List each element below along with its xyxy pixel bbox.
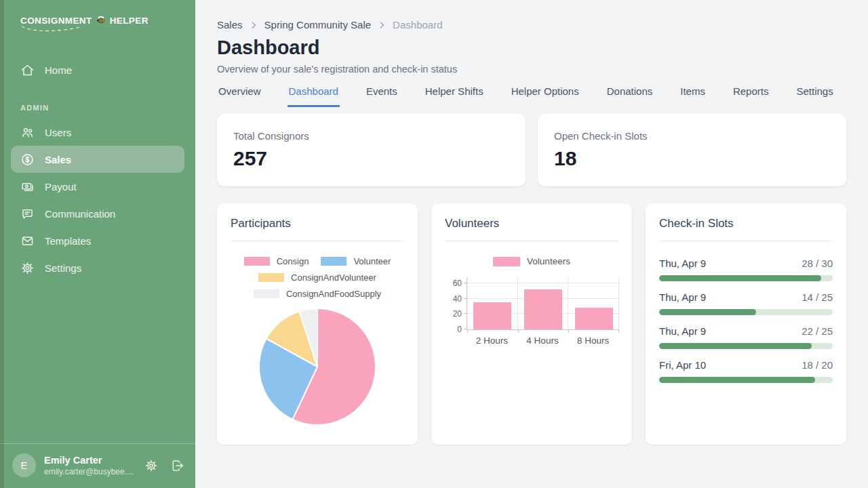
legend-label: Consign <box>277 256 309 266</box>
sidebar-admin-nav: UsersSalesPayoutCommunicationTemplatesSe… <box>0 119 195 281</box>
y-axis-label: 0 <box>446 325 462 334</box>
breadcrumb: SalesSpring Community SaleDashboard <box>217 19 846 30</box>
progress-fill <box>659 309 756 315</box>
legend-swatch <box>254 289 279 298</box>
progress-fill <box>659 275 821 281</box>
x-axis-label: 2 Hours <box>467 336 517 346</box>
bar-8-hours <box>575 308 613 329</box>
checkin-count: 22 / 25 <box>802 325 833 337</box>
tab-events[interactable]: Events <box>365 82 399 107</box>
checkin-date: Thu, Apr 9 <box>659 258 706 269</box>
sidebar-item-settings[interactable]: Settings <box>0 254 195 281</box>
volunteers-card: Volunteers Volunteers 0204060 2 Hours4 H… <box>431 203 632 445</box>
tab-helper-shifts[interactable]: Helper Shifts <box>424 82 485 107</box>
sidebar-item-home[interactable]: Home <box>0 56 195 83</box>
app-logo: CONSIGNMENT HELPER <box>20 15 122 26</box>
sidebar-item-label: Users <box>45 127 71 138</box>
legend-swatch <box>321 257 347 266</box>
legend-label: Volunteer <box>353 256 391 266</box>
volunteers-bar-chart: 0204060 <box>467 277 618 330</box>
legend-label: ConsignAndFoodSupply <box>286 289 381 299</box>
main-content: SalesSpring Community SaleDashboard Dash… <box>195 0 868 488</box>
sidebar-item-label: Payout <box>45 181 77 192</box>
legend-item-consign[interactable]: Consign <box>244 256 309 266</box>
sidebar-item-label: Settings <box>45 262 81 274</box>
templates-icon <box>20 234 35 248</box>
checkin-date: Thu, Apr 9 <box>659 325 706 337</box>
tab-reports[interactable]: Reports <box>732 82 770 107</box>
logo-text-helper: HELPER <box>110 16 149 26</box>
tab-donations[interactable]: Donations <box>606 82 654 107</box>
progress-track <box>659 377 833 383</box>
checkin-row: Thu, Apr 914 / 25 <box>659 281 833 315</box>
tab-helper-options[interactable]: Helper Options <box>510 82 580 107</box>
sidebar-item-users[interactable]: Users <box>0 119 195 146</box>
volunteers-x-axis-labels: 2 Hours4 Hours8 Hours <box>467 336 618 346</box>
participants-card-title: Participants <box>231 217 404 230</box>
checkin-count: 14 / 25 <box>802 291 833 303</box>
breadcrumb-spring-community-sale[interactable]: Spring Community Sale <box>264 19 372 30</box>
logout-icon[interactable] <box>171 459 184 472</box>
checkin-date: Thu, Apr 9 <box>659 291 706 303</box>
charts-row: Participants ConsignVolunteerConsignAndV… <box>217 203 846 445</box>
legend-label: ConsignAndVolunteer <box>291 272 376 283</box>
sidebar-item-label: Templates <box>45 235 91 247</box>
tab-items[interactable]: Items <box>679 82 707 107</box>
gear-icon[interactable] <box>144 459 158 472</box>
checkin-date: Fri, Apr 10 <box>659 359 706 371</box>
legend-item-volunteer[interactable]: Volunteer <box>321 256 391 266</box>
axis-tick <box>467 329 468 333</box>
progress-track <box>659 275 833 281</box>
gridline <box>517 277 518 329</box>
axis-tick <box>464 298 467 299</box>
sidebar-item-templates[interactable]: Templates <box>0 227 195 254</box>
tab-settings[interactable]: Settings <box>795 82 834 107</box>
chevron-right-icon <box>377 20 387 30</box>
checkin-row: Thu, Apr 928 / 30 <box>659 247 833 281</box>
logo-text-consignment: CONSIGNMENT <box>20 16 92 26</box>
stats-row: Total Consignors257Open Check-in Slots18 <box>217 114 846 186</box>
stat-label: Open Check-in Slots <box>554 130 830 142</box>
legend-item-consignandvolunteer[interactable]: ConsignAndVolunteer <box>258 272 376 283</box>
y-axis-label: 40 <box>446 294 462 304</box>
progress-track <box>659 343 833 349</box>
legend-label: Volunteers <box>527 256 570 266</box>
sidebar-primary-nav: Home <box>0 56 195 83</box>
axis-tick <box>464 313 467 314</box>
stat-label: Total Consignors <box>233 130 509 142</box>
tab-bar: OverviewDashboardEventsHelper ShiftsHelp… <box>217 82 846 107</box>
checkin-row: Fri, Apr 1018 / 20 <box>659 349 833 383</box>
legend-item-consignandfoodsupply[interactable]: ConsignAndFoodSupply <box>254 289 381 299</box>
checkin-rows: Thu, Apr 928 / 30Thu, Apr 914 / 25Thu, A… <box>659 247 833 383</box>
payout-icon <box>20 180 35 194</box>
chevron-right-icon <box>249 20 258 30</box>
stat-value: 18 <box>554 147 830 170</box>
sidebar-item-payout[interactable]: Payout <box>0 173 195 200</box>
participants-pie-chart <box>257 306 378 427</box>
tab-overview[interactable]: Overview <box>217 82 262 107</box>
x-axis-label: 4 Hours <box>517 336 568 346</box>
bar-4-hours <box>524 289 562 329</box>
stat-value: 257 <box>233 147 509 170</box>
communication-icon <box>20 207 35 221</box>
stat-card-total-consignors: Total Consignors257 <box>217 114 526 186</box>
y-axis-label: 20 <box>446 309 462 319</box>
divider <box>659 241 833 241</box>
sales-icon <box>20 152 35 167</box>
checkin-row: Thu, Apr 922 / 25 <box>659 315 833 349</box>
divider <box>445 241 618 241</box>
axis-tick <box>518 329 519 333</box>
bee-icon <box>96 15 106 26</box>
legend-item-volunteers[interactable]: Volunteers <box>493 256 570 266</box>
breadcrumb-sales[interactable]: Sales <box>217 19 243 30</box>
sidebar-item-communication[interactable]: Communication <box>0 200 195 227</box>
sidebar-item-sales[interactable]: Sales <box>11 146 184 173</box>
stat-card-open-check-in-slots: Open Check-in Slots18 <box>538 114 846 186</box>
bar-2-hours <box>473 302 511 329</box>
home-icon <box>20 63 35 77</box>
gridline <box>618 277 619 329</box>
sidebar-user-panel: E Emily Carter emily.carter@busybee.... <box>0 443 195 488</box>
participants-card: Participants ConsignVolunteerConsignAndV… <box>217 203 418 445</box>
x-axis-label: 8 Hours <box>568 336 618 346</box>
tab-dashboard[interactable]: Dashboard <box>288 82 340 107</box>
